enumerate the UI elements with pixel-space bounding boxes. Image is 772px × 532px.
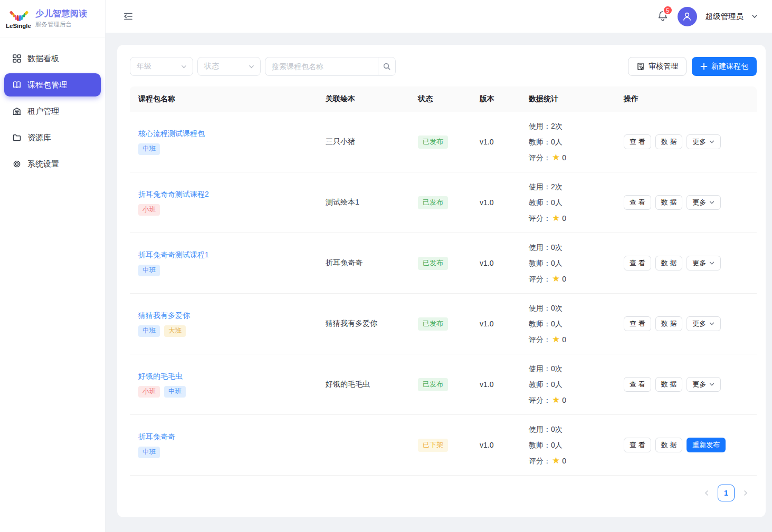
chevron-down-icon — [248, 63, 255, 70]
data-button[interactable]: 数 据 — [655, 377, 683, 392]
table-row: 折耳兔奇奇 中班 已下架 v1.0 使用：0次 教师：0人 评分：★0 查 看 … — [130, 415, 757, 476]
user-name: 超级管理员 — [706, 12, 744, 22]
teacher-label: 教师： — [529, 316, 551, 332]
star-icon: ★ — [552, 392, 560, 408]
rating-value: 0 — [562, 332, 566, 347]
building-icon — [12, 107, 22, 116]
package-name-link[interactable]: 折耳兔奇奇 — [138, 432, 175, 442]
teacher-label: 教师： — [529, 255, 551, 271]
create-package-button[interactable]: 新建课程包 — [692, 57, 757, 76]
sidebar-collapse-button[interactable] — [123, 11, 134, 22]
view-button[interactable]: 查 看 — [624, 438, 651, 452]
audit-button-label: 审核管理 — [649, 62, 678, 71]
page-1-button[interactable]: 1 — [718, 485, 735, 501]
grade-tag: 中班 — [138, 143, 160, 155]
rating-value: 0 — [562, 210, 566, 226]
grade-tag: 大班 — [164, 325, 186, 337]
topbar: 5 超级管理员 — [106, 0, 772, 33]
package-name-link[interactable]: 核心流程测试课程包 — [138, 129, 205, 139]
chevron-down-icon — [709, 321, 715, 327]
chevron-right-icon — [742, 489, 749, 497]
teacher-label: 教师： — [529, 195, 551, 210]
data-button[interactable]: 数 据 — [655, 134, 683, 149]
view-button[interactable]: 查 看 — [624, 316, 651, 331]
sidebar-item-course-packages[interactable]: 课程包管理 — [4, 73, 101, 96]
view-button[interactable]: 查 看 — [624, 195, 651, 210]
grade-select-placeholder: 年级 — [137, 62, 151, 71]
book-name: 猜猜我有多爱你 — [326, 319, 377, 327]
search-input[interactable] — [265, 57, 378, 76]
sidebar: LeSingle 少儿智慧阅读 服务管理后台 数据看板 课程包管理 — [0, 0, 106, 532]
app-title: 少儿智慧阅读 — [35, 8, 88, 20]
app-subtitle: 服务管理后台 — [35, 21, 88, 28]
chevron-down-icon — [751, 13, 758, 20]
grade-tag: 中班 — [138, 447, 160, 458]
usage-value: 0次 — [551, 300, 563, 316]
data-button[interactable]: 数 据 — [655, 316, 683, 331]
notifications-button[interactable]: 5 — [656, 9, 670, 23]
view-button[interactable]: 查 看 — [624, 377, 651, 392]
next-page-button[interactable] — [742, 489, 749, 497]
user-icon — [681, 11, 693, 22]
chevron-down-icon — [709, 139, 715, 145]
sidebar-item-dashboard[interactable]: 数据看板 — [4, 47, 101, 70]
search-button[interactable] — [378, 57, 396, 76]
data-button[interactable]: 数 据 — [655, 256, 683, 270]
republish-button[interactable]: 重新发布 — [687, 438, 726, 452]
package-name-link[interactable]: 猜猜我有多爱你 — [138, 311, 190, 321]
more-button[interactable]: 更多 — [687, 256, 721, 270]
usage-value: 0次 — [551, 361, 563, 376]
status-badge: 已发布 — [418, 196, 448, 209]
more-button[interactable]: 更多 — [687, 377, 721, 392]
avatar[interactable] — [678, 7, 697, 26]
more-button[interactable]: 更多 — [687, 195, 721, 210]
book-name: 测试绘本1 — [326, 198, 359, 206]
grade-select[interactable]: 年级 — [130, 57, 193, 76]
grade-tag: 中班 — [138, 325, 160, 337]
star-icon: ★ — [552, 150, 560, 166]
chevron-left-icon — [703, 489, 710, 497]
more-button[interactable]: 更多 — [687, 134, 721, 149]
star-icon: ★ — [552, 453, 560, 469]
data-button[interactable]: 数 据 — [655, 438, 683, 452]
teacher-value: 0人 — [551, 376, 563, 392]
package-name-link[interactable]: 好饿的毛毛虫 — [138, 372, 183, 381]
column-header-status: 状态 — [409, 94, 471, 104]
create-button-label: 新建课程包 — [711, 62, 748, 71]
brand-logo: LeSingle 少儿智慧阅读 服务管理后台 — [0, 0, 105, 37]
prev-page-button[interactable] — [703, 489, 710, 497]
plus-icon — [700, 63, 708, 70]
rating-label: 评分： — [529, 392, 551, 408]
teacher-label: 教师： — [529, 134, 551, 150]
audit-management-button[interactable]: 审核管理 — [628, 57, 687, 76]
more-button-label: 更多 — [692, 137, 706, 147]
filter-toolbar: 年级 状态 — [130, 57, 757, 76]
rating-label: 评分： — [529, 271, 551, 287]
sidebar-item-label: 系统设置 — [27, 159, 59, 169]
search-icon — [383, 62, 391, 71]
star-icon: ★ — [552, 210, 560, 226]
grade-tag: 小班 — [138, 386, 160, 398]
status-badge: 已发布 — [418, 378, 448, 391]
grade-tag: 中班 — [164, 386, 186, 398]
menu-fold-icon — [123, 11, 134, 22]
status-select-placeholder: 状态 — [204, 62, 219, 71]
view-button[interactable]: 查 看 — [624, 134, 651, 149]
usage-label: 使用： — [529, 179, 551, 195]
rating-value: 0 — [562, 150, 566, 166]
more-button[interactable]: 更多 — [687, 316, 721, 331]
package-name-link[interactable]: 折耳兔奇奇测试课程2 — [138, 190, 209, 199]
sidebar-item-tenants[interactable]: 租户管理 — [4, 100, 101, 123]
package-name-link[interactable]: 折耳兔奇奇测试课程1 — [138, 250, 209, 260]
sidebar-item-settings[interactable]: 系统设置 — [4, 152, 101, 176]
table-row: 猜猜我有多爱你 中班 大班 猜猜我有多爱你 已发布 v1.0 使用：0次 教师：… — [130, 294, 757, 354]
status-select[interactable]: 状态 — [197, 57, 261, 76]
view-button[interactable]: 查 看 — [624, 256, 651, 270]
user-menu-button[interactable] — [751, 13, 758, 20]
sidebar-item-resources[interactable]: 资源库 — [4, 126, 101, 149]
column-header-book: 关联绘本 — [317, 94, 409, 104]
folder-icon — [12, 133, 22, 142]
gear-icon — [12, 159, 22, 169]
data-button[interactable]: 数 据 — [655, 195, 683, 210]
chevron-down-icon — [709, 260, 715, 266]
